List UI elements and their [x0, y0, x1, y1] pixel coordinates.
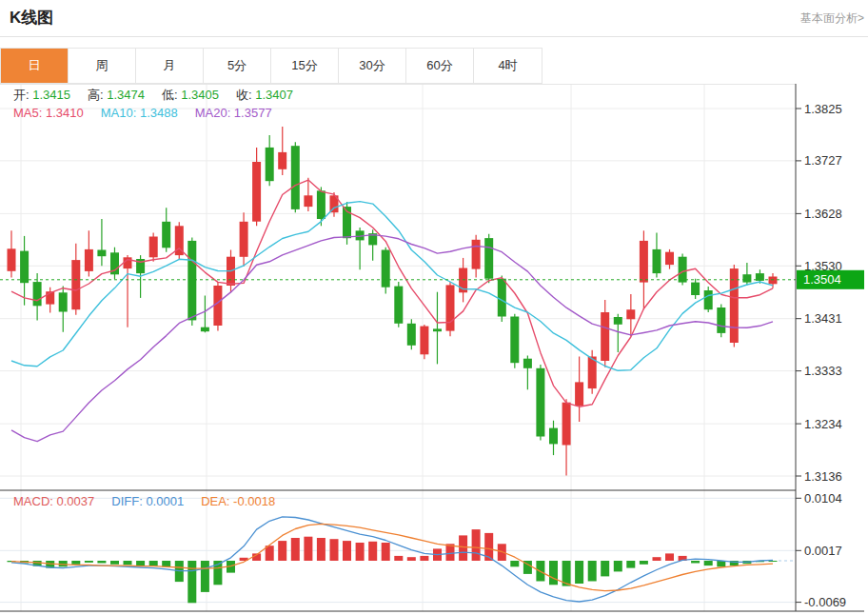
candle-body [769, 277, 778, 285]
tab-5min[interactable]: 5分 [204, 49, 271, 83]
candle-body [187, 241, 196, 321]
macd-bar [588, 561, 597, 582]
tab-15min[interactable]: 15分 [271, 49, 339, 83]
macd-bar [394, 556, 403, 561]
candle-body [679, 257, 687, 283]
macd-bar [201, 561, 209, 592]
macd-bar [653, 557, 661, 561]
macd-bar [97, 561, 106, 564]
candle-body [8, 248, 16, 271]
axis-label: 0.0017 [804, 544, 842, 558]
candle-body [549, 428, 558, 445]
axis-label: 1.3727 [804, 153, 842, 168]
candle-body [562, 403, 571, 446]
macd-bar [420, 556, 428, 561]
kline-panel: K线图 基本面分析> 日周月5分15分30分60分4时 1.38251.3727… [0, 0, 868, 615]
tab-day[interactable]: 日 [1, 49, 69, 83]
macd-bar [317, 538, 326, 561]
ohlc-legend-item: 低: 1.3405 [162, 87, 219, 104]
macd-bar [472, 529, 481, 561]
macd-legend-item: DEA: -0.0018 [201, 494, 275, 508]
candle-body [691, 283, 700, 295]
tab-month[interactable]: 月 [136, 49, 204, 83]
candle-body [472, 240, 481, 269]
macd-bar [304, 537, 312, 561]
candle-body [213, 286, 222, 326]
candle-body [201, 327, 209, 332]
macd-legend-item: DIFF: 0.0001 [111, 494, 184, 508]
candle-body [575, 382, 583, 406]
macd-bar [601, 561, 609, 576]
axis-label: 1.3628 [804, 207, 842, 221]
axis-label: 1.3234 [804, 417, 842, 431]
candle-body [394, 287, 403, 324]
ma-legend-item: MA20: 1.3577 [195, 106, 272, 120]
axis-label: 1.3825 [804, 102, 842, 116]
ma-legend-item: MA5: 1.3410 [13, 106, 84, 120]
candle-body [523, 359, 532, 368]
candle-body [162, 222, 170, 248]
macd-bar [149, 561, 158, 566]
candle-body [240, 222, 248, 257]
candle-body [20, 251, 29, 284]
macd-bar [382, 543, 390, 561]
macd-legend: MACD: 0.0037DIFF: 0.0001DEA: -0.0018 [13, 494, 275, 508]
candle-body [382, 250, 390, 288]
macd-bar [187, 561, 196, 603]
candle-body [717, 308, 725, 333]
macd-legend-item: MACD: 0.0037 [13, 494, 94, 508]
candle-body [588, 357, 597, 389]
ma-legend: MA5: 1.3410MA10: 1.3488MA20: 1.3577 [13, 106, 272, 120]
macd-bar [278, 541, 286, 561]
macd-bar [368, 542, 377, 561]
macd-bar [691, 561, 700, 564]
tab-4hour[interactable]: 4时 [474, 49, 542, 83]
macd-bar [665, 553, 674, 561]
macd-bar [330, 539, 339, 561]
interval-tabs: 日周月5分15分30分60分4时 [0, 48, 542, 84]
candle-body [510, 317, 519, 364]
ma-legend-item: MA10: 1.3488 [101, 106, 178, 120]
macd-bar [291, 538, 300, 561]
candle-body [71, 260, 80, 309]
tab-week[interactable]: 周 [69, 49, 136, 83]
axis-label: 1.3333 [804, 364, 842, 378]
header-divider [0, 36, 868, 37]
fundamental-analysis-link[interactable]: 基本面分析> [800, 10, 864, 27]
macd-bar [549, 561, 558, 585]
candle-body [420, 327, 428, 355]
ma10-line [11, 202, 773, 371]
ohlc-legend-item: 收: 1.3407 [236, 87, 293, 104]
candle-body [665, 252, 674, 265]
tab-60min[interactable]: 60分 [406, 49, 474, 83]
ohlc-legend: 开: 1.3415高: 1.3474低: 1.3405收: 1.3407 [13, 87, 293, 104]
candle-body [653, 249, 661, 273]
ohlc-legend-item: 开: 1.3415 [13, 87, 70, 104]
candle-body [614, 317, 622, 325]
macd-bar [626, 561, 635, 568]
candle-body [601, 312, 609, 361]
macd-bar [459, 535, 467, 561]
macd-bar [110, 561, 119, 565]
ohlc-legend-item: 高: 1.3474 [88, 87, 145, 104]
candle-body [278, 152, 286, 169]
macd-bar [136, 561, 145, 565]
macd-bar [71, 561, 80, 565]
macd-bar [356, 543, 365, 561]
candle-body [498, 279, 506, 317]
candle-body [33, 282, 42, 306]
candle-body [291, 146, 300, 209]
axis-label: 1.3136 [804, 469, 842, 484]
macd-bar [704, 561, 713, 565]
candle-body [252, 162, 261, 222]
candle-body [704, 290, 713, 309]
candle-body [317, 190, 326, 219]
candle-body [742, 274, 751, 282]
candle-body [484, 238, 493, 279]
kline-chart[interactable]: 1.38251.37271.36281.35301.34311.33331.32… [0, 84, 868, 615]
candle-body [85, 249, 93, 271]
macd-bar [124, 561, 132, 565]
macd-bar [343, 541, 351, 561]
tab-30min[interactable]: 30分 [339, 49, 406, 83]
candle-body [446, 285, 455, 330]
